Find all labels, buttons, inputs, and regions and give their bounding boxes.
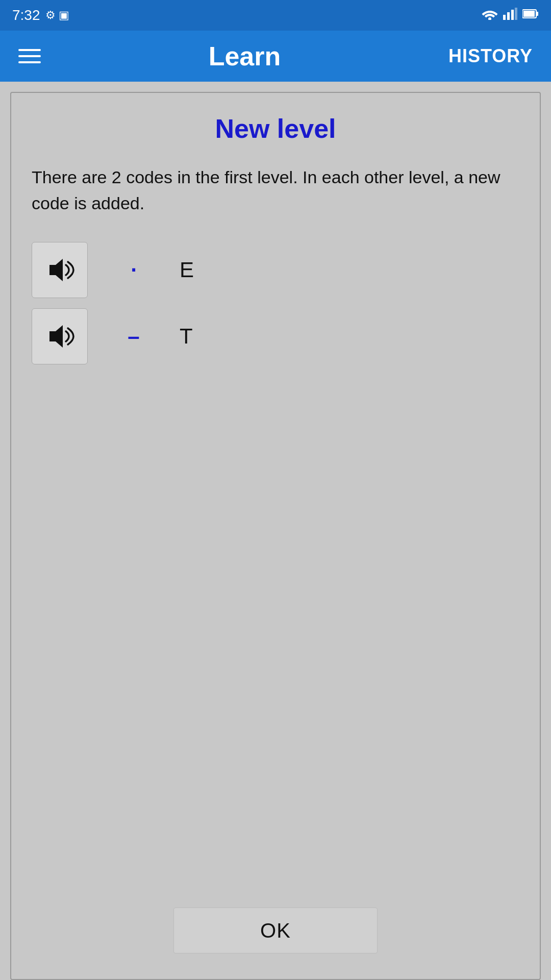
app-bar: Learn HISTORY — [0, 31, 551, 82]
dialog-card: New level There are 2 codes in the first… — [10, 92, 541, 980]
dialog-title: New level — [215, 113, 336, 144]
speaker-icon — [44, 255, 75, 285]
status-icons: ⚙ ▣ — [45, 9, 69, 22]
hamburger-menu-button[interactable] — [18, 49, 41, 63]
sim-card-icon: ▣ — [59, 9, 69, 22]
svg-rect-2 — [507, 12, 510, 20]
wifi-icon — [482, 8, 498, 23]
svg-marker-9 — [49, 325, 63, 348]
morse-code-e: · — [108, 258, 159, 282]
svg-rect-6 — [523, 11, 535, 17]
sound-button-t[interactable] — [32, 308, 88, 364]
ok-button-wrapper: OK — [32, 908, 519, 953]
svg-rect-7 — [536, 12, 538, 16]
code-row-t: – T — [32, 308, 519, 364]
svg-point-0 — [488, 17, 491, 20]
morse-code-t: – — [108, 324, 159, 349]
svg-rect-3 — [511, 10, 514, 20]
svg-rect-4 — [515, 8, 517, 20]
dialog-description: There are 2 codes in the first level. In… — [32, 164, 519, 216]
code-row-e: · E — [32, 242, 519, 298]
signal-icon — [503, 8, 517, 23]
letter-e: E — [180, 258, 194, 282]
history-button[interactable]: HISTORY — [448, 45, 533, 67]
svg-rect-1 — [503, 15, 506, 20]
settings-icon: ⚙ — [45, 9, 56, 22]
battery-icon — [522, 9, 539, 22]
sound-button-e[interactable] — [32, 242, 88, 298]
letter-t: T — [180, 324, 193, 349]
status-bar-left: 7:32 ⚙ ▣ — [12, 7, 69, 23]
speaker-icon-t — [44, 321, 75, 352]
main-content: New level There are 2 codes in the first… — [0, 82, 551, 980]
app-title: Learn — [209, 41, 281, 71]
status-bar: 7:32 ⚙ ▣ — [0, 0, 551, 31]
status-bar-right — [482, 8, 539, 23]
svg-marker-8 — [49, 259, 63, 281]
code-rows: · E – T — [32, 242, 519, 364]
ok-button[interactable]: OK — [173, 908, 378, 953]
status-time: 7:32 — [12, 7, 40, 23]
